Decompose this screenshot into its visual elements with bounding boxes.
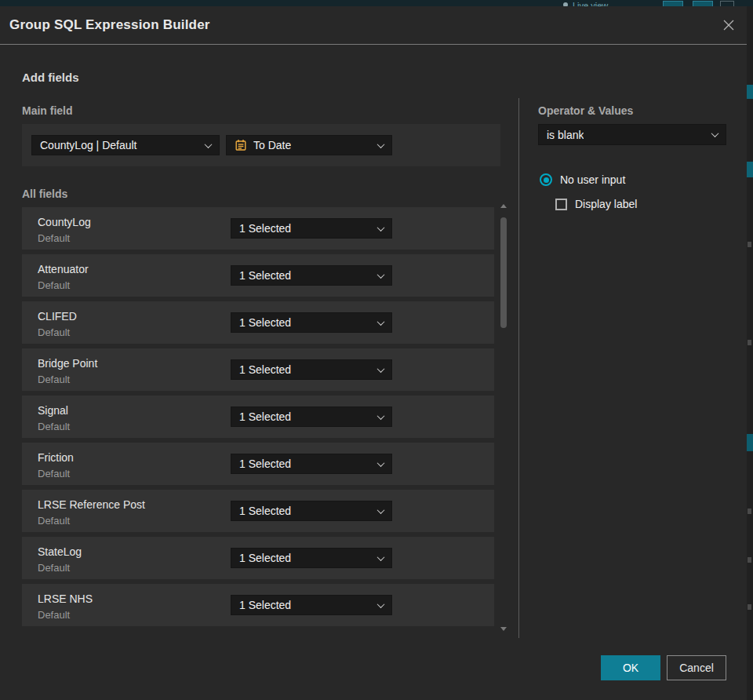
field-values-selected: 1 Selected xyxy=(239,316,291,329)
field-row: CLIFEDDefault1 Selected xyxy=(22,301,494,344)
operator-values-label: Operator & Values xyxy=(538,104,633,117)
field-values-selected: 1 Selected xyxy=(239,269,291,282)
field-row: SignalDefault1 Selected xyxy=(22,396,494,438)
field-name: CountyLog xyxy=(38,216,91,228)
chevron-down-icon xyxy=(377,506,385,514)
field-values-selected: 1 Selected xyxy=(239,363,291,376)
group-sql-expression-builder-dialog: Group SQL Expression Builder Add fields … xyxy=(0,6,747,700)
no-user-input-label: No user input xyxy=(560,173,625,186)
field-values-selected: 1 Selected xyxy=(239,599,291,611)
field-subtitle: Default xyxy=(38,562,70,574)
field-row: FrictionDefault1 Selected xyxy=(22,443,494,485)
chevron-down-icon xyxy=(377,318,385,326)
chevron-down-icon xyxy=(377,365,385,373)
field-name: Bridge Point xyxy=(38,357,97,370)
field-row: Bridge PointDefault1 Selected xyxy=(22,348,494,391)
field-name: StateLog xyxy=(38,545,82,558)
calendar-icon xyxy=(235,139,247,151)
chevron-down-icon xyxy=(377,412,385,420)
chevron-down-icon xyxy=(377,140,385,148)
field-values-selected: 1 Selected xyxy=(239,552,291,564)
field-values-select[interactable]: 1 Selected xyxy=(231,265,392,286)
field-values-select[interactable]: 1 Selected xyxy=(231,359,392,380)
field-name: LRSE Reference Post xyxy=(38,498,145,511)
close-button[interactable] xyxy=(720,16,737,34)
main-field-panel: CountyLog | Default To Date xyxy=(22,124,500,166)
field-values-select[interactable]: 1 Selected xyxy=(231,218,392,239)
chevron-down-icon xyxy=(377,224,385,232)
scrollbar-thumb[interactable] xyxy=(500,217,507,328)
field-values-select[interactable]: 1 Selected xyxy=(231,454,392,474)
dialog-title: Group SQL Expression Builder xyxy=(9,17,210,33)
display-label-label: Display label xyxy=(575,198,637,210)
no-user-input-radio-row[interactable]: No user input xyxy=(540,173,625,186)
chevron-down-icon xyxy=(377,553,385,561)
field-row: CountyLogDefault1 Selected xyxy=(22,207,494,250)
field-name: Friction xyxy=(38,451,74,464)
field-subtitle: Default xyxy=(38,374,70,385)
dialog-titlebar: Group SQL Expression Builder xyxy=(0,6,747,44)
operator-select[interactable]: is blank xyxy=(538,124,726,145)
field-subtitle: Default xyxy=(38,326,70,338)
add-fields-heading: Add fields xyxy=(22,71,79,84)
background-toolbar-button xyxy=(720,1,734,6)
field-values-select[interactable]: 1 Selected xyxy=(231,548,392,568)
field-values-select[interactable]: 1 Selected xyxy=(231,407,392,427)
panel-divider xyxy=(518,98,519,638)
main-field-type-value: To Date xyxy=(253,139,291,151)
field-row: AttenuatorDefault1 Selected xyxy=(22,254,494,297)
chevron-down-icon xyxy=(377,600,385,608)
field-subtitle: Default xyxy=(38,609,70,621)
field-subtitle: Default xyxy=(38,232,70,244)
field-subtitle: Default xyxy=(38,468,70,479)
field-subtitle: Default xyxy=(38,515,70,527)
title-divider xyxy=(0,44,747,45)
background-toolbar-button xyxy=(693,1,713,6)
field-name: Signal xyxy=(38,404,68,417)
main-field-label: Main field xyxy=(22,104,73,117)
field-row: LRSE NHSDefault1 Selected xyxy=(22,584,494,626)
background-app-top-strip: Live view xyxy=(0,0,753,6)
list-scrollbar[interactable] xyxy=(500,202,507,633)
display-label-checkbox[interactable] xyxy=(555,199,567,210)
field-values-selected: 1 Selected xyxy=(239,505,291,517)
field-row: StateLogDefault1 Selected xyxy=(22,537,494,579)
chevron-down-icon xyxy=(205,140,213,148)
cancel-button[interactable]: Cancel xyxy=(667,655,726,680)
field-subtitle: Default xyxy=(38,421,70,432)
no-user-input-radio[interactable] xyxy=(540,173,552,186)
all-fields-list: CountyLogDefault1 SelectedAttenuatorDefa… xyxy=(22,207,494,631)
field-values-select[interactable]: 1 Selected xyxy=(231,312,392,333)
field-values-select[interactable]: 1 Selected xyxy=(231,501,392,521)
field-row: LRSE Reference PostDefault1 Selected xyxy=(22,490,494,532)
chevron-down-icon xyxy=(377,271,385,279)
scroll-down-arrow-icon[interactable] xyxy=(500,627,507,631)
main-field-select-value: CountyLog | Default xyxy=(40,139,137,151)
scroll-up-arrow-icon[interactable] xyxy=(500,204,507,208)
field-name: Attenuator xyxy=(38,263,89,275)
chevron-down-icon xyxy=(377,459,385,467)
background-toolbar-button xyxy=(663,1,683,6)
field-values-select[interactable]: 1 Selected xyxy=(231,595,392,615)
field-name: LRSE NHS xyxy=(38,592,93,605)
field-subtitle: Default xyxy=(38,279,70,291)
field-values-selected: 1 Selected xyxy=(239,222,291,235)
field-values-selected: 1 Selected xyxy=(239,458,291,470)
background-app-right-sliver xyxy=(747,6,753,700)
all-fields-label: All fields xyxy=(22,188,67,200)
live-view-label: Live view xyxy=(573,1,608,6)
main-field-type-select[interactable]: To Date xyxy=(226,135,392,155)
chevron-down-icon xyxy=(711,129,719,137)
field-values-selected: 1 Selected xyxy=(239,410,291,423)
close-icon xyxy=(722,18,736,32)
main-field-select[interactable]: CountyLog | Default xyxy=(31,135,220,155)
field-name: CLIFED xyxy=(38,310,77,323)
operator-select-value: is blank xyxy=(547,129,584,141)
display-label-checkbox-row[interactable]: Display label xyxy=(555,198,637,210)
ok-button[interactable]: OK xyxy=(601,655,660,680)
